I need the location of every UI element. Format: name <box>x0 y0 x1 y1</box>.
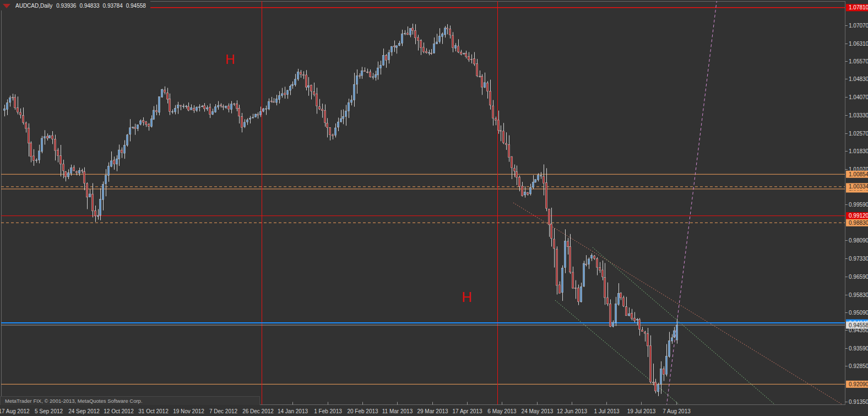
bull-candle <box>159 97 160 112</box>
bull-candle <box>207 107 208 109</box>
bull-candle <box>268 101 270 109</box>
bull-candle <box>70 168 72 174</box>
bear-candle <box>52 136 53 139</box>
bull-candle <box>153 110 155 119</box>
bear-candle <box>17 107 19 112</box>
bull-candle <box>129 128 131 134</box>
bear-candle <box>516 171 518 177</box>
bear-candle <box>23 116 24 123</box>
bear-candle <box>634 318 636 321</box>
ohlc-info-line: AUDCAD,Daily 0.93936 0.94833 0.93784 0.9… <box>0 1 150 10</box>
bull-candle <box>49 136 51 138</box>
bull-candle <box>137 125 139 128</box>
bull-candle <box>215 107 216 112</box>
bull-candle <box>111 161 112 166</box>
bull-candle <box>615 304 617 322</box>
price-axis-label: 1.04070 <box>849 94 868 100</box>
bull-candle <box>338 122 339 127</box>
bull-candle <box>263 109 264 111</box>
date-axis-label: 24 Sep 2012 <box>68 408 100 414</box>
annotation-letter[interactable]: H <box>225 52 235 67</box>
bull-candle <box>68 173 69 177</box>
bear-candle <box>476 63 478 75</box>
bear-candle <box>599 267 601 270</box>
price-axis-label: 1.05570 <box>849 58 868 64</box>
symbol-marker-icon[interactable] <box>3 4 10 8</box>
bear-candle <box>95 210 96 215</box>
bear-candle <box>25 123 27 128</box>
bear-candle <box>12 98 14 98</box>
bull-candle <box>340 118 342 122</box>
bear-candle <box>386 56 387 61</box>
bear-candle <box>204 106 205 109</box>
bear-candle <box>642 330 643 332</box>
bull-candle <box>372 77 374 77</box>
bull-candle <box>231 104 232 110</box>
price-axis-label: 0.97330 <box>849 256 868 262</box>
date-axis-label: 29 Mar 2013 <box>417 408 448 414</box>
annotation-letter[interactable]: H <box>462 289 472 305</box>
bull-candle <box>538 175 539 180</box>
bull-candle <box>116 159 118 164</box>
bear-candle <box>303 75 305 75</box>
bull-candle <box>335 128 337 135</box>
bull-candle <box>345 111 347 117</box>
bull-candle <box>612 322 614 326</box>
bear-candle <box>121 150 123 153</box>
bear-candle <box>271 101 273 101</box>
bear-candle <box>76 171 78 172</box>
bull-candle <box>444 28 446 35</box>
bear-candle <box>585 264 587 264</box>
bear-candle <box>415 30 416 37</box>
bear-candle <box>359 75 361 76</box>
bear-candle <box>417 37 419 41</box>
bear-candle <box>420 41 422 48</box>
bull-candle <box>591 255 593 258</box>
bull-candle <box>175 109 176 112</box>
bear-candle <box>306 75 307 87</box>
bull-candle <box>463 53 465 54</box>
price-axis-label: 1.01830 <box>849 148 868 154</box>
bull-candle <box>540 176 542 176</box>
bull-candle <box>105 175 107 183</box>
bear-candle <box>431 53 432 53</box>
price-axis-label: 0.91350 <box>849 399 868 405</box>
bear-candle <box>452 35 454 48</box>
bear-candle <box>145 122 147 125</box>
bull-candle <box>388 52 390 60</box>
date-axis-label: 7 Dec 2012 <box>209 408 238 414</box>
bear-candle <box>449 29 451 35</box>
bear-candle <box>527 192 529 195</box>
bear-candle <box>572 272 574 288</box>
bull-candle <box>588 259 590 264</box>
bear-candle <box>313 92 315 94</box>
copyright-text: MetaTrader FIX, © 2001-2013, MetaQuotes … <box>5 398 143 404</box>
date-axis-label: 1 Jul 2013 <box>594 408 620 414</box>
bear-candle <box>519 177 520 187</box>
bull-candle <box>391 46 393 52</box>
bull-candle <box>402 34 403 44</box>
date-axis-label: 12 Jun 2013 <box>557 408 587 414</box>
price-axis-highlight-text: 0.99120 <box>849 213 868 219</box>
bull-candle <box>276 99 278 102</box>
bull-candle <box>396 46 398 47</box>
bear-candle <box>631 313 633 318</box>
bull-candle <box>380 66 382 68</box>
bear-candle <box>143 121 144 122</box>
bear-candle <box>543 176 545 183</box>
bull-candle <box>436 42 438 44</box>
open-value: 0.93936 <box>56 3 76 9</box>
bear-candle <box>223 106 224 107</box>
date-axis-label: 24 May 2013 <box>522 408 554 414</box>
bull-candle <box>202 106 203 107</box>
bear-candle <box>82 170 83 171</box>
bull-candle <box>562 268 563 292</box>
bear-candle <box>364 71 366 72</box>
price-chart-canvas[interactable]: HH1.070701.063101.055701.048301.040701.0… <box>0 0 868 416</box>
price-axis-label: 1.03330 <box>849 112 868 118</box>
bull-candle <box>343 116 344 118</box>
bull-candle <box>186 106 187 106</box>
bull-candle <box>89 194 91 197</box>
bear-candle <box>238 108 240 116</box>
bear-candle <box>113 160 115 164</box>
